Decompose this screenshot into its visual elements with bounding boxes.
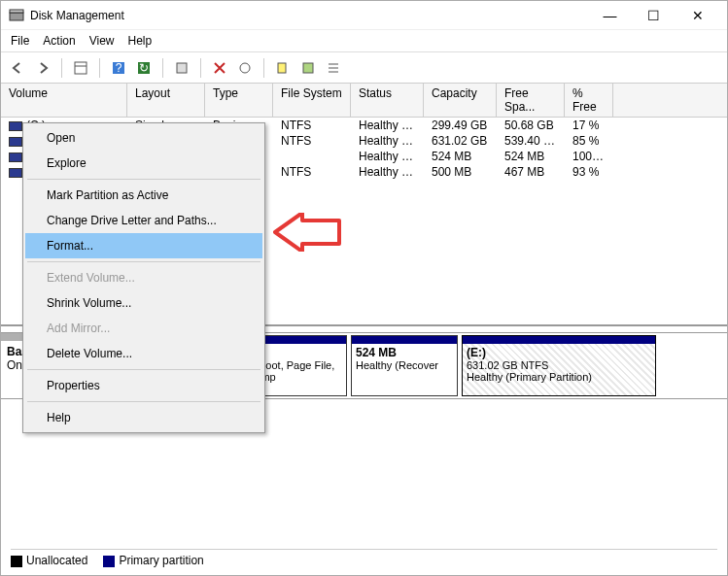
menu-file[interactable]: File: [11, 34, 29, 48]
svg-text:↻: ↻: [139, 61, 149, 75]
partition[interactable]: (E:)631.02 GB NTFSHealthy (Primary Parti…: [462, 335, 656, 396]
view-button[interactable]: [70, 57, 91, 79]
help-icon[interactable]: ?: [108, 57, 129, 79]
partition[interactable]: 524 MBHealthy (Recover: [351, 335, 458, 396]
svg-rect-8: [177, 63, 187, 73]
window-title: Disk Management: [30, 9, 588, 22]
app-icon: [9, 8, 24, 23]
col-pctfree[interactable]: % Free: [565, 84, 613, 117]
annotation-arrow: [273, 213, 341, 254]
col-volume[interactable]: Volume: [1, 84, 127, 117]
menu-help[interactable]: Help: [128, 34, 153, 48]
menu-item-open[interactable]: Open: [25, 125, 262, 151]
menu-item-mark-partition-as-active[interactable]: Mark Partition as Active: [25, 183, 262, 208]
menu-view[interactable]: View: [89, 34, 115, 48]
table-header-row: Volume Layout Type File System Status Ca…: [1, 84, 727, 118]
col-layout[interactable]: Layout: [127, 84, 205, 117]
delete-icon[interactable]: [209, 57, 230, 79]
col-status[interactable]: Status: [351, 84, 424, 117]
new-icon[interactable]: [272, 57, 294, 79]
titlebar: Disk Management — ☐ ✕: [1, 1, 727, 30]
menu-item-extend-volume: Extend Volume...: [25, 265, 262, 290]
maximize-button[interactable]: ☐: [632, 2, 676, 29]
settings-icon[interactable]: [234, 57, 256, 79]
menu-item-delete-volume[interactable]: Delete Volume...: [25, 341, 262, 366]
close-button[interactable]: ✕: [676, 2, 719, 29]
svg-rect-1: [10, 10, 23, 13]
menubar: File Action View Help: [1, 30, 727, 52]
col-filesystem[interactable]: File System: [273, 84, 351, 117]
toolbar: ? ↻: [1, 52, 727, 84]
svg-rect-2: [75, 62, 87, 74]
col-type[interactable]: Type: [205, 84, 273, 117]
svg-point-9: [240, 63, 250, 73]
forward-button[interactable]: [32, 57, 53, 79]
menu-action[interactable]: Action: [43, 34, 75, 48]
menu-item-add-mirror: Add Mirror...: [25, 316, 262, 341]
menu-item-properties[interactable]: Properties: [25, 373, 262, 398]
menu-item-shrink-volume[interactable]: Shrink Volume...: [25, 290, 262, 316]
back-button[interactable]: [7, 57, 28, 79]
refresh-icon[interactable]: ↻: [133, 57, 155, 79]
list-icon[interactable]: [323, 57, 344, 79]
svg-rect-0: [10, 13, 23, 20]
menu-item-explore[interactable]: Explore: [25, 151, 262, 176]
menu-item-help[interactable]: Help: [25, 405, 262, 430]
menu-item-change-drive-letter-and-paths[interactable]: Change Drive Letter and Paths...: [25, 208, 262, 233]
legend-primary: Primary partition: [103, 554, 203, 567]
minimize-button[interactable]: —: [588, 2, 632, 29]
svg-rect-10: [278, 63, 286, 73]
col-freespace[interactable]: Free Spa...: [497, 84, 565, 117]
menu-item-format[interactable]: Format...: [25, 233, 262, 258]
svg-rect-11: [303, 63, 313, 73]
context-menu: OpenExploreMark Partition as ActiveChang…: [22, 122, 265, 433]
col-capacity[interactable]: Capacity: [424, 84, 497, 117]
svg-text:?: ?: [116, 61, 122, 75]
properties-icon[interactable]: [171, 57, 192, 79]
legend-unallocated: Unallocated: [11, 554, 87, 567]
add-icon[interactable]: [297, 57, 319, 79]
legend: Unallocated Primary partition: [11, 549, 717, 567]
